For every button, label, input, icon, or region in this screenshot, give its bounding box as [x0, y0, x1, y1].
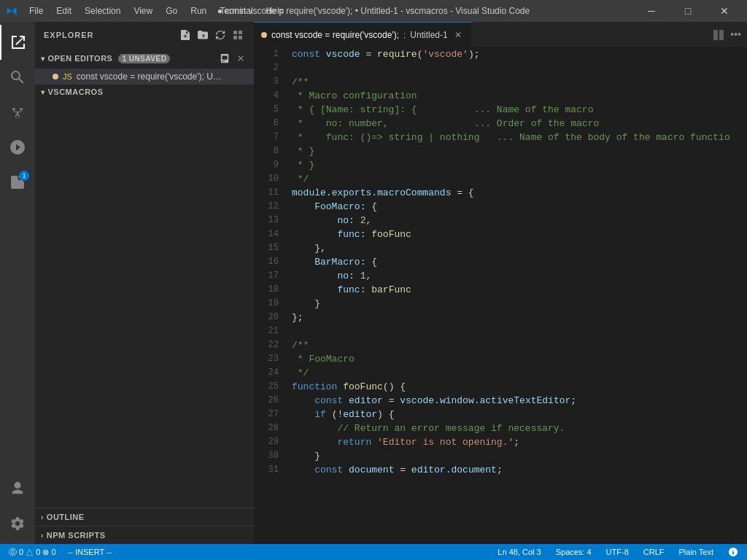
open-editor-item[interactable]: JS const vscode = require('vscode'); Unt…	[35, 69, 254, 85]
split-editor-button[interactable]	[713, 28, 724, 40]
code-token	[292, 228, 337, 241]
tab-close-button[interactable]: ✕	[452, 29, 464, 41]
code-editor[interactable]: 1234567891011121314151617181920212223242…	[254, 47, 747, 544]
code-line: * { [Name: string]: { ... Name of the ma…	[292, 103, 740, 117]
explorer-activity-button[interactable]	[0, 25, 35, 60]
code-token: :	[360, 228, 372, 241]
code-token: const	[292, 47, 326, 61]
extensions-activity-button[interactable]	[0, 165, 35, 200]
encoding-status[interactable]: UTF-8	[603, 544, 632, 560]
collapse-folders-button[interactable]	[231, 28, 245, 42]
spaces-status[interactable]: Spaces: 4	[553, 544, 595, 560]
account-icon[interactable]	[0, 471, 35, 506]
active-tab[interactable]: const vscode = require('vscode'); ; Unti…	[254, 22, 472, 47]
source-control-activity-button[interactable]	[0, 95, 35, 130]
sidebar-header: Explorer	[35, 22, 254, 48]
line-number: 13	[254, 214, 279, 228]
line-number: 15	[254, 241, 279, 255]
maximize-button[interactable]: □	[671, 0, 705, 22]
minimize-button[interactable]: ─	[635, 0, 668, 22]
code-line: no: 1,	[292, 269, 740, 283]
code-line: const vscode = require('vscode');	[292, 47, 740, 61]
search-activity-button[interactable]	[0, 60, 35, 95]
npm-scripts-header[interactable]: › NPM Scripts	[35, 526, 254, 544]
settings-activity-button[interactable]	[0, 506, 35, 541]
git-branch-status[interactable]: ⓪ 0 △ 0 ⊗ 0	[6, 544, 59, 560]
code-token: exports	[332, 186, 372, 200]
code-token	[292, 435, 337, 449]
code-token: // Return an error message if necessary.	[337, 421, 565, 435]
code-token: * }	[292, 144, 314, 158]
code-token: * func: ()=> string | nothing ... Name o…	[292, 131, 730, 144]
menu-selection[interactable]: Selection	[79, 4, 126, 18]
code-token: ,	[365, 214, 371, 228]
code-token: ,	[365, 269, 371, 283]
line-number: 21	[254, 324, 279, 338]
code-token: no	[337, 214, 349, 228]
new-file-button[interactable]	[178, 28, 193, 42]
code-line: const editor = vscode.window.activeTextE…	[292, 394, 740, 408]
line-number: 11	[254, 186, 279, 200]
sidebar-title: Explorer	[44, 31, 94, 39]
open-editor-filename: const vscode = require('vscode'); Unti..…	[77, 71, 222, 82]
open-editors-header[interactable]: ▾ Open Editors 1 Unsaved	[35, 48, 254, 69]
menu-edit[interactable]: Edit	[50, 4, 77, 18]
close-all-editors-button[interactable]	[233, 51, 248, 66]
code-line: BarMacro: {	[292, 255, 740, 269]
menu-run[interactable]: Run	[185, 4, 212, 18]
notifications-status[interactable]	[725, 544, 741, 560]
code-token: 1	[360, 269, 366, 283]
menu-view[interactable]: View	[128, 4, 158, 18]
chevron-down-icon: ▾	[41, 88, 45, 96]
run-debug-activity-button[interactable]	[0, 130, 35, 165]
vim-mode-status[interactable]: -- INSERT --	[65, 544, 115, 560]
code-line: const document = editor.document;	[292, 463, 740, 477]
code-token: fooFunc	[371, 228, 411, 241]
outline-header[interactable]: › Outline	[35, 508, 254, 526]
new-folder-button[interactable]	[196, 28, 210, 42]
code-token: };	[292, 311, 303, 324]
line-number: 28	[254, 421, 279, 435]
code-token: 2	[360, 214, 366, 228]
code-token: window	[440, 394, 474, 408]
line-number: 19	[254, 297, 279, 311]
tab-label: const vscode = require('vscode');	[271, 30, 399, 40]
code-line: * FooMacro	[292, 352, 740, 366]
code-token	[292, 421, 337, 435]
language-mode-status[interactable]: Plain Text	[676, 544, 717, 560]
more-actions-button[interactable]: •••	[730, 28, 741, 40]
code-line: };	[292, 311, 740, 324]
line-number: 7	[254, 131, 279, 144]
code-token: ) {	[377, 408, 394, 421]
code-line: },	[292, 241, 740, 255]
menu-go[interactable]: Go	[160, 4, 183, 18]
line-number: 6	[254, 117, 279, 131]
menu-file[interactable]: File	[23, 4, 49, 18]
chevron-right-icon: ›	[41, 513, 44, 521]
code-line: }	[292, 297, 740, 311]
open-editors-actions	[217, 51, 248, 66]
code-token	[292, 283, 337, 297]
line-number: 16	[254, 255, 279, 269]
code-content[interactable]: const vscode = require('vscode'); /** * …	[285, 47, 740, 544]
code-token	[292, 394, 314, 408]
line-ending-status[interactable]: CRLF	[640, 544, 667, 560]
line-number: 20	[254, 311, 279, 324]
cursor-position-status[interactable]: Ln 48, Col 3	[495, 544, 543, 560]
close-button[interactable]: ✕	[708, 0, 741, 22]
refresh-explorer-button[interactable]	[213, 28, 228, 42]
code-token: editor	[343, 408, 377, 421]
code-line: * no: number, ... Order of the macro	[292, 117, 740, 131]
code-token: },	[292, 241, 326, 255]
code-token: */	[292, 366, 309, 380]
code-token: ;	[497, 463, 503, 477]
line-number: 2	[254, 61, 279, 75]
vscmacros-header[interactable]: ▾ VSCMACROS	[35, 85, 254, 99]
code-line: }	[292, 449, 740, 463]
window-title: ● const vscode = require('vscode'); • Un…	[217, 6, 530, 16]
save-all-button[interactable]	[217, 51, 232, 66]
code-token: editor	[349, 394, 383, 408]
vscmacros-section: ▾ VSCMACROS	[35, 85, 254, 99]
line-number: 18	[254, 283, 279, 297]
code-line: /**	[292, 338, 740, 352]
